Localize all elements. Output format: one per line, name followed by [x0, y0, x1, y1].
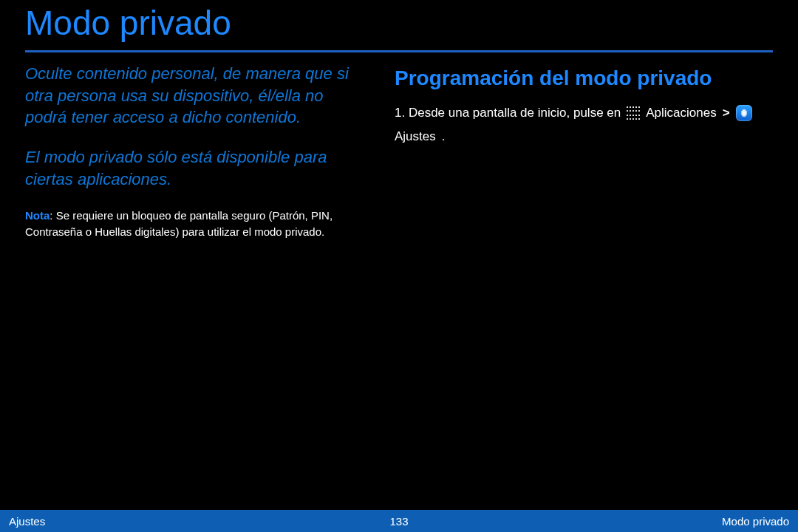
step-suffix: . [442, 128, 446, 146]
title-rule [25, 50, 773, 52]
note-text: : Se requiere un bloqueo de pantalla seg… [25, 209, 332, 238]
footer-page-number: 133 [0, 515, 798, 528]
step-1: 1. Desde una pantalla de inicio, pulse e… [395, 104, 773, 146]
note-label: Nota [25, 209, 50, 222]
intro-paragraph: Oculte contenido personal, de manera que… [25, 63, 365, 129]
step-prefix: 1. Desde una pantalla de inicio, pulse e… [395, 104, 621, 123]
chevron-separator: > [723, 104, 730, 123]
section-heading: Programación del modo privado [395, 63, 773, 91]
apps-grid-icon [627, 106, 640, 120]
note-paragraph: Nota: Se requiere un bloqueo de pantalla… [25, 208, 365, 240]
settings-label: Ajustes [395, 128, 436, 146]
availability-paragraph: El modo privado sólo está disponible par… [25, 146, 365, 190]
apps-label: Aplicaciones [646, 104, 716, 123]
page-title: Modo privado [25, 0, 773, 47]
footer-bar: Ajustes 133 Modo privado [0, 510, 798, 532]
gear-icon [736, 105, 752, 121]
